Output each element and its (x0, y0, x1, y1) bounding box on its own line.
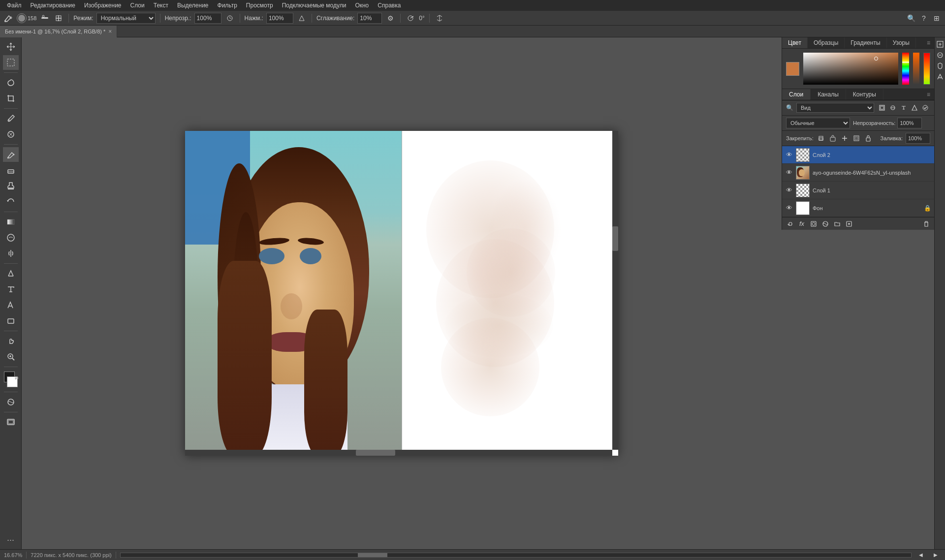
filter-adjustment-icon[interactable] (888, 103, 898, 113)
bottom-scrollbar[interactable] (120, 553, 912, 558)
color-spectrum-bar[interactable] (923, 53, 930, 85)
side-panel-icon-1[interactable] (935, 39, 945, 49)
layer-item-layer2[interactable]: 👁 Слой 2 (782, 146, 934, 164)
layer-blend-mode[interactable]: Обычные (786, 118, 850, 128)
pen-tool[interactable] (3, 266, 19, 281)
vertical-scrollbar[interactable] (612, 131, 618, 450)
tab-color[interactable]: Цвет (782, 37, 808, 48)
filter-text-icon[interactable] (899, 103, 909, 113)
crop-tool[interactable] (3, 91, 19, 106)
filter-smart-icon[interactable] (920, 103, 930, 113)
brush-settings-icon[interactable] (53, 13, 64, 24)
menu-item-view[interactable]: Просмотр (242, 1, 277, 10)
eraser-tool[interactable] (3, 163, 19, 178)
layer-fx-btn[interactable]: fx (797, 219, 807, 229)
lock-image-icon[interactable] (828, 134, 837, 143)
filter-pixel-icon[interactable] (877, 103, 887, 113)
menu-item-image[interactable]: Изображение (80, 1, 126, 10)
hue-slider[interactable] (902, 53, 909, 85)
layer-group-btn[interactable] (832, 219, 842, 229)
prev-canvas-btn[interactable]: ◀ (915, 550, 926, 560)
move-tool[interactable] (3, 39, 19, 54)
brush-tool[interactable] (3, 147, 19, 162)
stamp-tool[interactable] (3, 179, 19, 193)
eyedropper-tool[interactable] (3, 111, 19, 126)
quick-mask-tool[interactable] (3, 395, 19, 409)
lock-all-icon[interactable] (864, 134, 873, 143)
side-panel-icon-2[interactable] (935, 50, 945, 60)
layer-delete-btn[interactable] (921, 219, 931, 229)
layer-item-layer1[interactable]: 👁 Слой 1 (782, 182, 934, 199)
fill-input[interactable] (906, 133, 930, 144)
lock-transparent-icon[interactable] (817, 134, 825, 143)
menu-item-plugins[interactable]: Подключаемые модули (278, 1, 350, 10)
brush-tool-icon[interactable] (3, 13, 14, 24)
opacity-input[interactable] (194, 13, 221, 24)
workspace-btn[interactable]: ⊞ (931, 13, 942, 24)
tab-channels[interactable]: Каналы (811, 89, 846, 100)
selection-tool[interactable] (3, 55, 19, 70)
menu-item-text[interactable]: Текст (150, 1, 172, 10)
layer1-visibility-toggle[interactable]: 👁 (785, 187, 793, 194)
horizontal-scrollbar[interactable] (185, 450, 612, 456)
tab-patterns[interactable]: Узоры (887, 37, 916, 48)
zoom-tool[interactable] (3, 349, 19, 364)
menu-item-edit[interactable]: Редактирование (27, 1, 79, 10)
layer2-visibility-toggle[interactable]: 👁 (785, 151, 793, 159)
angle-icon[interactable] (405, 13, 416, 24)
flow-pressure-icon[interactable] (296, 13, 307, 24)
symmetry-icon[interactable] (434, 13, 445, 24)
screen-mode-tool[interactable] (3, 415, 19, 430)
current-color-swatch[interactable] (786, 62, 799, 76)
layer-add-btn[interactable] (844, 219, 854, 229)
layer-mask-btn[interactable] (809, 219, 819, 229)
menu-item-layers[interactable]: Слои (126, 1, 149, 10)
type-tool[interactable] (3, 282, 19, 297)
tab-paths[interactable]: Контуры (846, 89, 883, 100)
lock-position-icon[interactable] (840, 134, 849, 143)
swap-colors-icon[interactable]: ⇄ (15, 375, 19, 380)
opacity-pressure-icon[interactable] (224, 13, 235, 24)
lock-artboard-icon[interactable] (852, 134, 861, 143)
menu-item-window[interactable]: Окно (351, 1, 373, 10)
dodge-tool[interactable] (3, 246, 19, 261)
layer-item-photo[interactable]: 👁 ayo-ogunseinde-6W4F62sN_yI-unsplash (782, 164, 934, 182)
lasso-tool[interactable] (3, 75, 19, 90)
tab-samples[interactable]: Образцы (808, 37, 845, 48)
menu-item-filter[interactable]: Фильтр (214, 1, 241, 10)
menu-item-select[interactable]: Выделение (173, 1, 213, 10)
color-gradient-picker[interactable] (803, 53, 898, 85)
layer-adjustment-btn[interactable] (820, 219, 830, 229)
canvas-area[interactable] (22, 37, 782, 549)
layers-opacity-input[interactable] (897, 118, 922, 128)
layer-item-background[interactable]: 👁 Фон 🔒 (782, 199, 934, 217)
menu-item-file[interactable]: Файл (3, 1, 26, 10)
background-visibility-toggle[interactable]: 👁 (785, 204, 793, 212)
history-brush-tool[interactable] (3, 194, 19, 209)
hand-tool[interactable] (3, 334, 19, 348)
side-panel-icon-4[interactable] (935, 72, 945, 82)
opacity-slider[interactable] (913, 53, 920, 85)
blur-tool[interactable] (3, 230, 19, 245)
shape-tool[interactable] (3, 313, 19, 328)
tab-gradients[interactable]: Градиенты (845, 37, 886, 48)
path-selection-tool[interactable] (3, 298, 19, 312)
color-panel-menu[interactable]: ≡ (923, 37, 934, 48)
smoothing-settings-icon[interactable]: ⚙ (385, 13, 396, 24)
brush-preset-icon[interactable] (39, 13, 50, 24)
next-canvas-btn[interactable]: ▶ (930, 550, 941, 560)
more-tools-btn[interactable]: ··· (3, 532, 19, 547)
smoothing-input[interactable] (357, 13, 382, 24)
search-btn[interactable]: 🔍 (906, 13, 916, 24)
document-tab[interactable]: Без имени-1 @ 16,7% (Слой 2, RGB/8) * × (0, 26, 117, 37)
side-panel-icon-3[interactable] (935, 61, 945, 71)
doc-tab-close-btn[interactable]: × (108, 28, 112, 35)
photo-layer-visibility-toggle[interactable]: 👁 (785, 169, 793, 177)
menu-item-help[interactable]: Справка (374, 1, 405, 10)
blend-mode-select[interactable]: Нормальный (96, 13, 156, 24)
layer-link-btn[interactable] (785, 219, 795, 229)
patch-tool[interactable] (3, 127, 19, 142)
flow-input[interactable] (266, 13, 293, 24)
gradient-tool[interactable] (3, 215, 19, 229)
tab-layers[interactable]: Слои (782, 89, 811, 100)
